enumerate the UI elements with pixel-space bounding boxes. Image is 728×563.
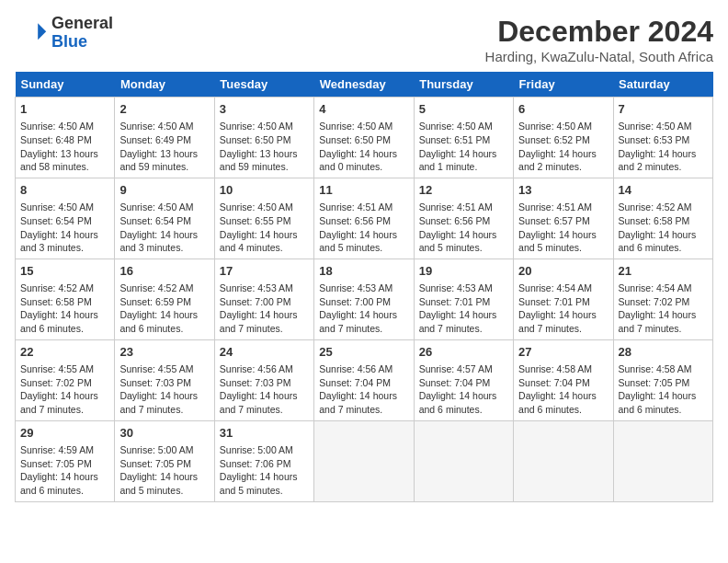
sunrise-text: Sunrise: 4:52 AM [619, 201, 708, 214]
sunrise-text: Sunrise: 4:50 AM [20, 201, 109, 214]
day-number: 19 [419, 263, 508, 280]
sunset-text: Sunset: 7:02 PM [619, 295, 708, 309]
daylight-text: Daylight: 13 hours and 59 minutes. [220, 147, 309, 174]
daylight-text: Daylight: 14 hours and 5 minutes. [419, 228, 508, 255]
day-number: 1 [20, 101, 109, 118]
page-header: General Blue December 2024 Harding, KwaZ… [15, 15, 713, 64]
daylight-text: Daylight: 14 hours and 7 minutes. [419, 308, 508, 335]
daylight-text: Daylight: 14 hours and 6 minutes. [518, 389, 608, 416]
calendar-cell [314, 420, 414, 501]
daylight-text: Daylight: 14 hours and 2 minutes. [518, 147, 608, 174]
sunrise-text: Sunrise: 4:51 AM [319, 201, 408, 214]
calendar-cell: 19Sunrise: 4:53 AMSunset: 7:01 PMDayligh… [414, 259, 513, 339]
sunset-text: Sunset: 7:04 PM [518, 376, 608, 390]
calendar-cell: 29Sunrise: 4:59 AMSunset: 7:05 PMDayligh… [16, 420, 115, 501]
sunset-text: Sunset: 7:06 PM [220, 457, 309, 471]
calendar-cell: 1Sunrise: 4:50 AMSunset: 6:48 PMDaylight… [16, 98, 115, 178]
daylight-text: Daylight: 14 hours and 1 minute. [419, 147, 508, 174]
day-number: 17 [220, 263, 309, 280]
calendar-cell: 30Sunrise: 5:00 AMSunset: 7:05 PMDayligh… [115, 420, 214, 501]
sunset-text: Sunset: 6:50 PM [220, 133, 309, 147]
day-number: 4 [319, 101, 408, 118]
day-number: 14 [619, 182, 708, 199]
sunset-text: Sunset: 7:00 PM [220, 295, 309, 309]
calendar-cell: 4Sunrise: 4:50 AMSunset: 6:50 PMDaylight… [314, 98, 414, 178]
day-number: 10 [220, 182, 309, 199]
sunrise-text: Sunrise: 4:50 AM [119, 201, 209, 214]
calendar-cell: 7Sunrise: 4:50 AMSunset: 6:53 PMDaylight… [613, 98, 712, 178]
calendar-cell [613, 420, 712, 501]
title-area: December 2024 Harding, KwaZulu-Natal, So… [485, 15, 713, 64]
sunset-text: Sunset: 6:59 PM [119, 295, 209, 309]
logo-icon [15, 17, 48, 50]
sunrise-text: Sunrise: 4:50 AM [319, 120, 408, 133]
sunset-text: Sunset: 6:48 PM [20, 133, 109, 147]
day-number: 28 [619, 344, 708, 361]
sunrise-text: Sunrise: 4:54 AM [619, 282, 708, 295]
sunset-text: Sunset: 6:57 PM [518, 214, 608, 228]
day-number: 9 [119, 182, 209, 199]
day-number: 11 [319, 182, 408, 199]
calendar-week-row: 8Sunrise: 4:50 AMSunset: 6:54 PMDaylight… [16, 178, 713, 259]
day-number: 20 [518, 263, 608, 280]
calendar-header-row: SundayMondayTuesdayWednesdayThursdayFrid… [16, 72, 713, 98]
calendar-cell: 8Sunrise: 4:50 AMSunset: 6:54 PMDaylight… [16, 178, 115, 259]
calendar-cell: 12Sunrise: 4:51 AMSunset: 6:56 PMDayligh… [414, 178, 513, 259]
sunset-text: Sunset: 6:55 PM [220, 214, 309, 228]
sunrise-text: Sunrise: 4:52 AM [119, 282, 209, 295]
sunset-text: Sunset: 6:50 PM [319, 133, 408, 147]
calendar-day-header: Friday [514, 72, 613, 98]
calendar-week-row: 15Sunrise: 4:52 AMSunset: 6:58 PMDayligh… [16, 259, 713, 339]
day-number: 21 [619, 263, 708, 280]
calendar-cell: 24Sunrise: 4:56 AMSunset: 7:03 PMDayligh… [214, 339, 313, 420]
sunrise-text: Sunrise: 4:58 AM [619, 362, 708, 376]
calendar-cell: 6Sunrise: 4:50 AMSunset: 6:52 PMDaylight… [514, 98, 613, 178]
sunrise-text: Sunrise: 4:55 AM [20, 362, 109, 376]
sunset-text: Sunset: 6:52 PM [518, 133, 608, 147]
calendar-week-row: 22Sunrise: 4:55 AMSunset: 7:02 PMDayligh… [16, 339, 713, 420]
calendar-day-header: Wednesday [314, 72, 414, 98]
calendar-cell: 5Sunrise: 4:50 AMSunset: 6:51 PMDaylight… [414, 98, 513, 178]
calendar-week-row: 1Sunrise: 4:50 AMSunset: 6:48 PMDaylight… [16, 98, 713, 178]
daylight-text: Daylight: 14 hours and 6 minutes. [20, 308, 109, 335]
calendar-week-row: 29Sunrise: 4:59 AMSunset: 7:05 PMDayligh… [16, 420, 713, 501]
sunrise-text: Sunrise: 4:50 AM [119, 120, 209, 133]
sunrise-text: Sunrise: 4:50 AM [619, 120, 708, 133]
calendar-cell: 3Sunrise: 4:50 AMSunset: 6:50 PMDaylight… [214, 98, 313, 178]
sunset-text: Sunset: 7:05 PM [20, 457, 109, 471]
location-title: Harding, KwaZulu-Natal, South Africa [485, 49, 713, 64]
calendar-cell: 17Sunrise: 4:53 AMSunset: 7:00 PMDayligh… [214, 259, 313, 339]
day-number: 29 [20, 425, 109, 442]
sunrise-text: Sunrise: 4:50 AM [419, 120, 508, 133]
sunset-text: Sunset: 7:05 PM [619, 376, 708, 390]
day-number: 2 [119, 101, 209, 118]
calendar-cell: 16Sunrise: 4:52 AMSunset: 6:59 PMDayligh… [115, 259, 214, 339]
daylight-text: Daylight: 14 hours and 7 minutes. [619, 308, 708, 335]
daylight-text: Daylight: 14 hours and 3 minutes. [119, 228, 209, 255]
sunset-text: Sunset: 7:03 PM [119, 376, 209, 390]
calendar-cell: 27Sunrise: 4:58 AMSunset: 7:04 PMDayligh… [514, 339, 613, 420]
calendar-cell: 13Sunrise: 4:51 AMSunset: 6:57 PMDayligh… [514, 178, 613, 259]
daylight-text: Daylight: 14 hours and 7 minutes. [319, 308, 408, 335]
calendar-cell: 23Sunrise: 4:55 AMSunset: 7:03 PMDayligh… [115, 339, 214, 420]
sunrise-text: Sunrise: 4:57 AM [419, 362, 508, 376]
calendar-cell: 31Sunrise: 5:00 AMSunset: 7:06 PMDayligh… [214, 420, 313, 501]
daylight-text: Daylight: 14 hours and 3 minutes. [20, 228, 109, 255]
calendar-cell [514, 420, 613, 501]
daylight-text: Daylight: 14 hours and 2 minutes. [619, 147, 708, 174]
sunset-text: Sunset: 7:01 PM [419, 295, 508, 309]
day-number: 13 [518, 182, 608, 199]
daylight-text: Daylight: 14 hours and 5 minutes. [319, 228, 408, 255]
sunset-text: Sunset: 6:49 PM [119, 133, 209, 147]
sunrise-text: Sunrise: 4:55 AM [119, 362, 209, 376]
day-number: 31 [220, 425, 309, 442]
sunset-text: Sunset: 7:05 PM [119, 457, 209, 471]
daylight-text: Daylight: 14 hours and 4 minutes. [220, 228, 309, 255]
calendar-cell: 15Sunrise: 4:52 AMSunset: 6:58 PMDayligh… [16, 259, 115, 339]
daylight-text: Daylight: 14 hours and 5 minutes. [220, 470, 309, 497]
calendar-day-header: Saturday [613, 72, 712, 98]
sunrise-text: Sunrise: 4:50 AM [518, 120, 608, 133]
logo: General Blue [15, 15, 113, 52]
sunset-text: Sunset: 7:00 PM [319, 295, 408, 309]
sunrise-text: Sunrise: 4:58 AM [518, 362, 608, 376]
